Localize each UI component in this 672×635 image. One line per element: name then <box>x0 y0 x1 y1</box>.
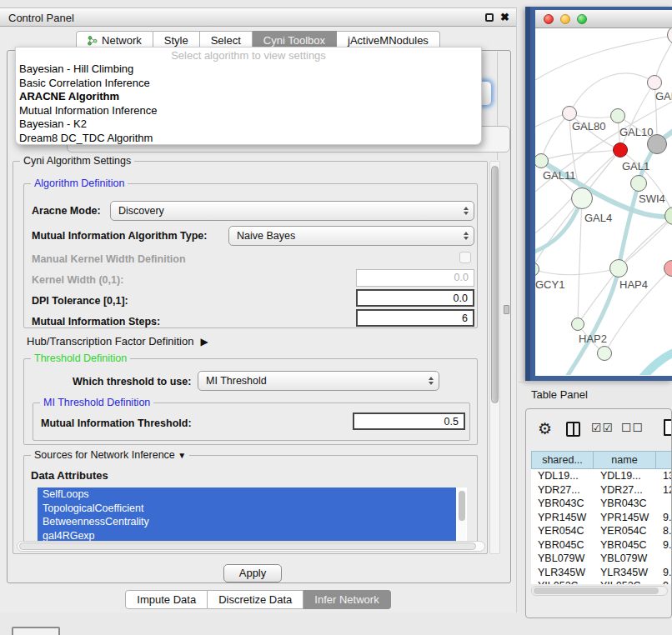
aracne-mode-combo[interactable]: Discovery <box>110 201 474 221</box>
attribute-item-betweennesscentrality[interactable]: BetweennessCentrality <box>38 515 456 529</box>
column-header-shared[interactable]: shared... <box>531 451 594 469</box>
attribute-item-selfloops[interactable]: SelfLoops <box>38 488 456 502</box>
table-cell: YBL079W <box>594 552 656 566</box>
settings-vertical-scrollbar[interactable] <box>489 161 500 554</box>
dpi-tolerance-field[interactable]: 0.0 <box>356 289 474 307</box>
mi-type-combo[interactable]: Naive Bayes <box>228 226 474 246</box>
dropdown-item-basic-correlation-inference[interactable]: Basic Correlation Inference <box>16 77 481 91</box>
bottom-tabbar: Impute DataDiscretize DataInfer Network <box>0 590 516 609</box>
expanded-arrow-icon[interactable]: ▼ <box>178 451 186 460</box>
table-row[interactable]: YER054CYER054C8. <box>531 524 672 538</box>
tab-label: jActiveMNodules <box>348 34 429 47</box>
tab-discretize-data[interactable]: Discretize Data <box>208 590 303 609</box>
close-icon[interactable]: ✖ <box>500 11 509 23</box>
table-row[interactable]: YLR345WYLR345W9. <box>531 566 672 580</box>
table-header: shared...name <box>531 451 672 469</box>
table-panel-window: ⚙ ☑☑ ☐☐ shared...name YDL19...YDL19...13… <box>525 408 672 618</box>
network-icon <box>88 36 98 46</box>
table-horizontal-scrollbar[interactable] <box>531 586 668 596</box>
data-attributes-list[interactable]: SelfLoopsTopologicalCoefficientBetweenne… <box>38 488 467 544</box>
stepper-icon <box>458 227 474 245</box>
zoom-traffic-light-icon[interactable] <box>577 14 587 24</box>
table-cell: 9. <box>656 511 672 525</box>
node-table: shared...name YDL19...YDL19...13YDR27...… <box>531 451 672 584</box>
document-icon[interactable] <box>664 419 672 436</box>
table-cell: YBR045C <box>594 538 656 552</box>
table-row[interactable]: YBL079WYBL079W <box>531 552 672 566</box>
table-cell: YLR345W <box>594 566 656 580</box>
node-swi4[interactable] <box>630 175 647 192</box>
table-row[interactable]: YIL052CYIL052C9 <box>531 579 672 584</box>
collapsed-arrow-icon: ▶ <box>200 336 208 348</box>
node-gal1-red[interactable] <box>613 142 628 158</box>
mi-threshold-field[interactable]: 0.5 <box>353 412 465 430</box>
dropdown-placeholder: Select algorithm to view settings <box>16 48 481 62</box>
tab-label: Cyni Toolbox <box>263 34 325 47</box>
table-row[interactable]: YDR27...YDR27...12 <box>531 483 672 498</box>
node-gal80[interactable] <box>562 106 577 121</box>
threshold-definition-group: Threshold Definition Which threshold to … <box>23 358 478 445</box>
close-traffic-light-icon[interactable] <box>544 14 554 24</box>
select-all-checkboxes-icon[interactable]: ☑☑ <box>591 421 614 434</box>
edge-path <box>541 150 620 161</box>
node-label-gal80: GAL80 <box>572 120 605 132</box>
node-hap4[interactable] <box>609 259 628 278</box>
table-cell: YDL19... <box>531 469 594 483</box>
table-panel-separator <box>519 382 672 382</box>
dropdown-item-aracne-algorithm[interactable]: ARACNE Algorithm <box>16 90 481 104</box>
dropdown-item-mutual-information-inference[interactable]: Mutual Information Inference <box>16 104 481 118</box>
kernel-width-field[interactable]: 0.0 <box>356 269 474 287</box>
node-bottom[interactable] <box>597 346 612 361</box>
dock-icon[interactable] <box>12 627 60 635</box>
aracne-mode-value: Discovery <box>118 205 164 217</box>
dropdown-item-bayesian-hill-climbing[interactable]: Bayesian - Hill Climbing <box>16 62 481 77</box>
float-panel-icon[interactable] <box>485 13 494 22</box>
minimize-traffic-light-icon[interactable] <box>560 14 570 24</box>
which-threshold-combo[interactable]: MI Threshold <box>198 371 439 391</box>
table-cell: 9. <box>656 566 672 580</box>
which-threshold-label: Which threshold to use: <box>73 376 191 388</box>
sources-group: Sources for Network Inference ▼ Data Att… <box>23 455 478 548</box>
node-gal4[interactable] <box>571 188 593 209</box>
table-cell: YIL052C <box>594 579 656 584</box>
edge-path <box>535 268 619 275</box>
edge-path <box>569 73 654 113</box>
hub-definition-toggle[interactable]: Hub/Transcription Factor Definition▶ <box>27 335 208 348</box>
control-panel-window: Control Panel ✖ NetworkStyleSelectCyni T… <box>0 8 517 612</box>
node-gal10[interactable] <box>610 108 625 123</box>
network-canvas[interactable]: GALGAL80GAL10GAL1GAL11SWI4GAL4GCY1HAP4YH… <box>535 28 672 375</box>
manual-kernel-label: Manual Kernel Width Definition <box>32 253 186 265</box>
node-hap2[interactable] <box>571 318 584 331</box>
edge-path-thick <box>619 183 639 268</box>
manual-kernel-checkbox[interactable] <box>459 252 471 263</box>
table-rows: YDL19...YDL19...13YDR27...YDR27...12YBR0… <box>531 469 672 584</box>
tab-label: Network <box>102 34 142 47</box>
threshold-definition-legend: Threshold Definition <box>31 352 130 364</box>
mi-steps-label: Mutual Information Steps: <box>32 316 160 328</box>
node-gal-pink[interactable] <box>647 75 662 90</box>
control-panel-titlebar: Control Panel ✖ <box>0 8 516 27</box>
control-panel-title: Control Panel <box>8 12 74 24</box>
list-scrollbar[interactable] <box>458 489 466 541</box>
table-row[interactable]: YBR043CYBR043C <box>531 497 672 511</box>
mi-steps-field[interactable]: 6 <box>356 309 474 327</box>
tab-impute-data[interactable]: Impute Data <box>125 590 208 609</box>
table-row[interactable]: YDL19...YDL19...13 <box>531 469 672 483</box>
algorithm-definition-group: Algorithm Definition Aracne Mode: Discov… <box>23 183 478 328</box>
gear-icon[interactable]: ⚙ <box>538 419 552 438</box>
tab-infer-network[interactable]: Infer Network <box>303 590 390 609</box>
node-label-gal10: GAL10 <box>619 126 653 138</box>
table-cell: 8. <box>656 524 672 538</box>
deselect-all-checkboxes-icon[interactable]: ☐☐ <box>621 421 644 434</box>
table-row[interactable]: YBR045CYBR045C9. <box>531 538 672 552</box>
table-row[interactable]: YPR145WYPR145W9. <box>531 511 672 525</box>
settings-horizontal-scrollbar[interactable] <box>17 541 485 552</box>
column-header-name[interactable]: name <box>594 451 656 469</box>
dropdown-item-bayesian-k2[interactable]: Bayesian - K2 <box>16 118 481 132</box>
columns-icon[interactable] <box>566 422 580 437</box>
apply-button[interactable]: Apply <box>223 564 282 582</box>
dropdown-item-dream8-dc-tdc-algorithm[interactable]: Dream8 DC_TDC Algorithm <box>16 132 481 146</box>
column-header-value[interactable] <box>656 451 672 469</box>
split-pane-handle[interactable] <box>504 305 509 314</box>
attribute-item-topologicalcoefficient[interactable]: TopologicalCoefficient <box>38 502 456 516</box>
